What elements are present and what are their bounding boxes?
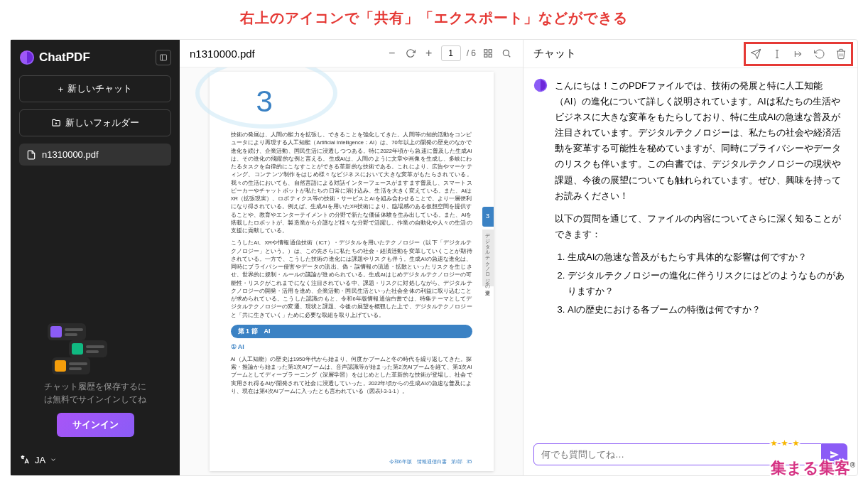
chat-title: チャット [533, 47, 576, 60]
assistant-message: こんにちは！このPDFファイルでは、技術の発展と特に人工知能（AI）の進化につい… [533, 78, 847, 320]
share-button[interactable] [749, 48, 762, 60]
brand: ChatPDF [19, 50, 171, 65]
svg-line-10 [508, 55, 510, 57]
new-chat-button[interactable]: + 新しいチャット [19, 75, 171, 102]
pdf-filename: n1310000.pdf [190, 48, 255, 60]
export-button[interactable] [792, 48, 805, 60]
page-footer: 令和6年版 情報通信白書 第Ⅰ部 35 [231, 458, 472, 466]
followup-text: 以下の質問を通じて、ファイルの内容についてさらに深く知ることができます： [555, 211, 847, 242]
page-paragraph: こうしたAI、XRや情報通信技術（ICT）・デジタルを用いたテクノロジー（以下「… [231, 239, 472, 319]
suggested-questions: 生成AIの急速な普及がもたらす具体的な影響は何ですか？ デジタルテクノロジーの進… [568, 249, 847, 318]
greeting-text: こんにちは！このPDFファイルでは、技術の発展と特に人工知能（AI）の進化につい… [555, 78, 847, 204]
chevron-down-icon [50, 456, 57, 463]
export-icon [793, 48, 804, 60]
zoom-out-button[interactable]: − [386, 47, 398, 60]
pdf-body[interactable]: 3 3 デジタルテクノロジーの変遷 技術の発展は、人間の能力を拡張し、できること… [180, 68, 523, 475]
file-icon [26, 150, 36, 160]
svg-rect-6 [489, 50, 492, 53]
thumbnails-button[interactable] [482, 47, 494, 60]
app-window: ChatPDF + 新しいチャット 新しいフォルダー n1310000.pdf [10, 39, 858, 476]
message-content: こんにちは！このPDFファイルでは、技術の発展と特に人工知能（AI）の進化につい… [555, 78, 847, 320]
svg-rect-7 [484, 54, 487, 57]
sidebar-file-item[interactable]: n1310000.pdf [19, 144, 171, 166]
sidebar: ChatPDF + 新しいチャット 新しいフォルダー n1310000.pdf [11, 40, 180, 475]
suggested-question[interactable]: 生成AIの急速な普及がもたらす具体的な影響は何ですか？ [568, 249, 847, 265]
chat-header: チャット [523, 40, 857, 68]
folder-plus-icon [51, 118, 61, 128]
watermark: ★ ★ ★ 集まる集客® [771, 439, 855, 479]
undo-icon [814, 48, 825, 60]
reset-button[interactable] [813, 48, 826, 60]
chat-body[interactable]: こんにちは！このPDFファイルでは、技術の発展と特に人工知能（AI）の進化につい… [523, 68, 857, 436]
trash-icon [835, 48, 847, 60]
section-subheading: ① AI [231, 342, 472, 352]
send-icon [750, 48, 761, 60]
history-card: チャット履歴を保存するに は無料でサインインしてね サインイン [19, 316, 171, 444]
page-paragraph: AI（人工知能）の歴史は1950年代から始まり、何度かブームと冬の時代を繰り返し… [231, 355, 472, 395]
search-pdf-button[interactable] [500, 47, 513, 60]
suggested-question[interactable]: AIの歴史における各ブームの特徴は何ですか？ [568, 302, 847, 318]
svg-rect-1 [161, 55, 167, 60]
zoom-in-button[interactable]: + [423, 47, 435, 60]
new-folder-label: 新しいフォルダー [65, 117, 139, 129]
plus-icon: + [58, 84, 64, 94]
language-selector[interactable]: JA [19, 454, 171, 465]
page-paragraph: 技術の発展は、人間の能力を拡張し、できることを強化してきた。人間等の知的活動をコ… [231, 131, 472, 234]
page-number-input[interactable] [441, 45, 461, 61]
translate-icon [19, 454, 31, 465]
zoom-reset-button[interactable] [404, 47, 417, 60]
delete-button[interactable] [835, 48, 847, 60]
star-icon: ★ ★ ★ [771, 439, 801, 447]
lang-label: JA [35, 455, 45, 465]
sidebar-collapse-button[interactable] [156, 50, 171, 65]
history-illustration [26, 323, 164, 373]
signin-button[interactable]: サインイン [57, 413, 134, 437]
section-heading: 第 1 節 AI [231, 325, 472, 339]
new-chat-label: 新しいチャット [67, 82, 132, 95]
svg-point-9 [503, 50, 509, 55]
chat-actions [749, 48, 847, 60]
pdf-pane: n1310000.pdf − + / 6 3 3 デジタルテクノロジーの変遷 技… [180, 40, 523, 475]
new-folder-button[interactable]: 新しいフォルダー [19, 109, 171, 136]
brand-logo-icon [19, 50, 35, 65]
rename-button[interactable] [771, 48, 783, 60]
suggested-question[interactable]: デジタルテクノロジーの進化に伴うリスクにはどのようなものがありますか？ [568, 268, 847, 299]
page-side-label: デジタルテクノロジーの変遷 [482, 230, 494, 286]
brand-name: ChatPDF [39, 50, 90, 65]
assistant-avatar-icon [533, 78, 548, 92]
page-side-tab: 3 [482, 207, 494, 227]
text-cursor-icon [771, 48, 783, 60]
panel-icon [159, 53, 168, 62]
annotation-text: 右上のアイコンで「共有」「エクスポート」などができる [0, 9, 868, 28]
pdf-page: 3 3 デジタルテクノロジーの変遷 技術の発展は、人間の能力を拡張し、できること… [210, 72, 494, 471]
svg-rect-5 [484, 50, 487, 53]
pdf-toolbar: n1310000.pdf − + / 6 [180, 40, 523, 68]
history-text: チャット履歴を保存するに は無料でサインインしてね [26, 380, 164, 406]
page-total: / 6 [467, 48, 476, 58]
file-name: n1310000.pdf [42, 149, 99, 160]
svg-rect-8 [489, 54, 492, 57]
chat-pane: チャット こんにちは！このPDFファイルでは、技術の発展と特に人工知能（AI）の… [523, 40, 857, 475]
